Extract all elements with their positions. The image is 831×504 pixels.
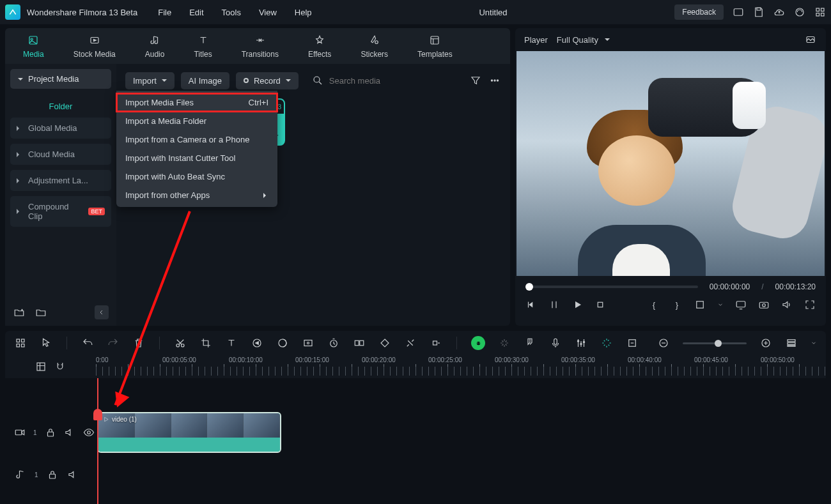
timeline-ruler-row: 0:0000:00:05:0000:00:10:0000:00:15:0000:… xyxy=(5,355,826,378)
grid-icon[interactable] xyxy=(814,6,826,18)
sidebar-cloud-media[interactable]: Cloud Media xyxy=(10,144,111,165)
tl-keyframe-icon[interactable] xyxy=(378,337,391,349)
zoom-out-icon[interactable] xyxy=(657,337,670,349)
timeline-ruler[interactable]: 0:0000:00:05:0000:00:10:0000:00:15:0000:… xyxy=(96,355,826,378)
chevron-down-icon[interactable] xyxy=(717,299,724,310)
tab-effects[interactable]: Effects xyxy=(308,33,331,59)
search-icon[interactable] xyxy=(311,74,324,87)
media-panel: Media Stock Media Audio Titles Transitio… xyxy=(5,28,510,326)
tab-stickers[interactable]: Stickers xyxy=(361,33,388,59)
tl-templates-icon[interactable] xyxy=(14,337,27,349)
tl-speed-reverse-icon[interactable] xyxy=(251,337,263,349)
ratio-icon[interactable] xyxy=(694,299,706,310)
menu-view[interactable]: View xyxy=(259,8,277,17)
sidebar-adjustment-layers[interactable]: Adjustment La... xyxy=(10,170,111,191)
more-icon[interactable] xyxy=(488,74,501,87)
preview-canvas[interactable] xyxy=(516,51,825,276)
zoom-in-icon[interactable] xyxy=(759,337,772,349)
import-media-folder[interactable]: Import a Media Folder xyxy=(116,112,277,130)
brace-open-icon[interactable]: { xyxy=(648,299,660,310)
chevron-down-icon[interactable] xyxy=(811,337,817,349)
tab-audio[interactable]: Audio xyxy=(145,33,165,59)
tl-group-icon[interactable] xyxy=(353,337,366,349)
seek-handle[interactable] xyxy=(525,283,533,291)
timeline-clip[interactable]: video (1) xyxy=(97,412,281,453)
play-icon[interactable] xyxy=(571,299,583,310)
import-auto-beat-sync[interactable]: Import with Auto Beat Sync xyxy=(116,167,277,186)
brace-close-icon[interactable]: } xyxy=(671,299,683,310)
menu-edit[interactable]: Edit xyxy=(189,8,203,17)
tl-crop-icon[interactable] xyxy=(199,337,212,349)
tl-undo-icon[interactable] xyxy=(81,337,94,349)
tab-templates[interactable]: Templates xyxy=(417,33,453,59)
save-icon[interactable] xyxy=(753,6,765,18)
lock-icon[interactable] xyxy=(45,426,56,439)
menu-tools[interactable]: Tools xyxy=(222,8,241,17)
camera-icon[interactable] xyxy=(758,299,770,310)
tl-timer-icon[interactable] xyxy=(327,337,340,349)
volume-icon[interactable] xyxy=(781,299,793,310)
tl-pointer-icon[interactable] xyxy=(40,337,52,349)
folder-link[interactable]: Folder xyxy=(10,95,111,118)
tl-expand-icon[interactable] xyxy=(430,337,442,349)
tab-media[interactable]: Media xyxy=(23,33,44,59)
snapshot-option-icon[interactable] xyxy=(804,33,817,46)
mute-icon[interactable] xyxy=(66,468,79,481)
import-button[interactable]: Import xyxy=(125,72,175,89)
tab-titles[interactable]: Titles xyxy=(194,33,212,59)
visibility-icon[interactable] xyxy=(83,426,95,439)
track-view-icon[interactable] xyxy=(785,337,798,349)
tab-stock-media[interactable]: Stock Media xyxy=(74,33,116,59)
zoom-slider[interactable] xyxy=(683,342,747,344)
tl-render-icon[interactable] xyxy=(600,337,613,349)
menu-help[interactable]: Help xyxy=(295,8,312,17)
tl-adjust-icon[interactable] xyxy=(626,337,639,349)
tl-delete-icon[interactable] xyxy=(132,337,145,349)
tab-transitions[interactable]: Transitions xyxy=(242,33,279,59)
seek-bar[interactable] xyxy=(525,286,698,288)
app-title: Wondershare Filmora 13 Beta xyxy=(27,8,137,17)
play-pause-icon[interactable] xyxy=(548,299,560,310)
new-folder-icon[interactable] xyxy=(13,306,26,319)
quality-selector[interactable]: Full Quality xyxy=(557,35,610,45)
tl-unlink-icon[interactable] xyxy=(404,337,417,349)
tl-cut-icon[interactable] xyxy=(174,337,187,349)
import-camera-phone[interactable]: Import from a Camera or a Phone xyxy=(116,130,277,149)
display-icon[interactable] xyxy=(735,299,747,310)
mute-icon[interactable] xyxy=(64,426,75,439)
cloud-upload-icon[interactable] xyxy=(773,6,785,18)
import-instant-cutter[interactable]: Import with Instant Cutter Tool xyxy=(116,149,277,167)
filter-icon[interactable] xyxy=(469,74,482,87)
layout-icon[interactable] xyxy=(733,6,744,18)
project-media-header[interactable]: Project Media xyxy=(10,69,111,89)
record-button[interactable]: Record xyxy=(236,72,299,89)
folder-icon[interactable] xyxy=(35,306,47,319)
track-header-layout-icon[interactable] xyxy=(35,360,47,373)
tl-mic-icon[interactable] xyxy=(549,337,562,349)
import-other-apps[interactable]: Import from other Apps xyxy=(116,186,277,204)
zoom-handle[interactable] xyxy=(715,340,722,347)
menu-file[interactable]: File xyxy=(158,8,171,17)
magnet-icon[interactable] xyxy=(54,360,66,373)
lock-icon[interactable] xyxy=(46,468,59,481)
prev-frame-icon[interactable] xyxy=(525,299,537,310)
tl-text-icon[interactable] xyxy=(225,337,238,349)
playhead[interactable] xyxy=(97,378,98,504)
tl-ai-button[interactable] xyxy=(471,336,485,350)
sidebar-global-media[interactable]: Global Media xyxy=(10,118,111,139)
sidebar-compound-clip[interactable]: Compound ClipBET xyxy=(10,196,111,227)
collapse-sidebar-icon[interactable] xyxy=(95,305,109,319)
import-media-files[interactable]: Import Media FilesCtrl+I xyxy=(116,93,277,112)
search-media-input[interactable] xyxy=(329,76,463,86)
tl-color-icon[interactable] xyxy=(276,337,289,349)
feedback-button[interactable]: Feedback xyxy=(674,4,724,20)
fullscreen-icon[interactable] xyxy=(804,299,816,310)
tl-sparkle-icon[interactable] xyxy=(498,337,511,349)
support-icon[interactable] xyxy=(794,6,805,18)
stop-icon[interactable] xyxy=(594,299,606,310)
tl-marker-icon[interactable] xyxy=(524,337,536,349)
tl-redo-icon[interactable] xyxy=(107,337,120,349)
tl-rect-icon[interactable] xyxy=(302,337,315,349)
tl-audio-mixer-icon[interactable] xyxy=(575,337,587,349)
ai-image-button[interactable]: AI Image xyxy=(181,72,229,89)
